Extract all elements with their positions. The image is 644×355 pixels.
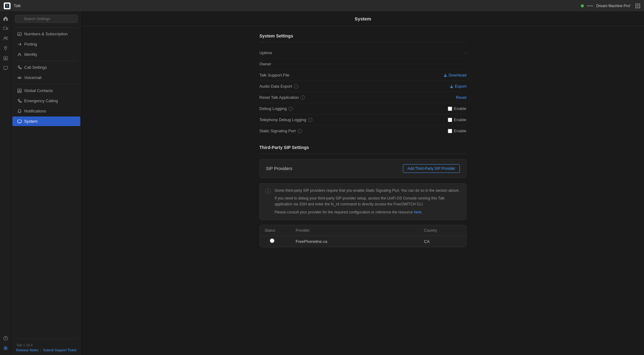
reset-app-info-icon[interactable]: i [301, 95, 305, 100]
export-icon [450, 85, 453, 88]
static-signaling-row: Static Signaling Port i Enable [259, 125, 466, 136]
voicemail-icon [17, 76, 22, 80]
static-signaling-info-icon[interactable]: i [298, 129, 302, 133]
debug-logging-info-icon[interactable]: i [289, 107, 293, 111]
sidebar-search-container [11, 12, 82, 26]
search-input[interactable] [15, 15, 78, 23]
settings-icon[interactable] [1, 344, 10, 353]
debug-logging-label: Debug Logging i [259, 106, 448, 111]
sip-providers-label: SIP Providers [266, 166, 292, 171]
sidebar-item-emergency[interactable]: Emergency Calling [12, 96, 80, 106]
page-title: System [89, 16, 637, 21]
locations-icon[interactable] [1, 44, 10, 53]
app-logo [4, 2, 11, 9]
svg-point-15 [20, 77, 21, 78]
contacts-icon [17, 89, 22, 93]
info-box: i Some third-party SIP providers require… [259, 183, 466, 220]
numbers-icon [17, 32, 22, 36]
status-indicator [581, 4, 584, 7]
content-inner: System Settings Uptime - Owner [254, 26, 471, 255]
debug-logging-checkbox[interactable] [448, 107, 452, 111]
sidebar-item-numbers-label: Numbers & Subscription [24, 32, 68, 36]
sidebar-item-call-settings-label: Call Settings [24, 65, 47, 70]
sidebar-item-voicemail[interactable]: Voicemail [12, 73, 80, 82]
telephony-debug-info-icon[interactable]: i [308, 118, 312, 122]
help-icon[interactable] [1, 334, 10, 343]
telephony-debug-checkbox[interactable] [448, 118, 452, 122]
export-link[interactable]: Export [450, 84, 466, 89]
sidebar-item-system[interactable]: System [12, 116, 80, 126]
download-link[interactable]: Download [443, 73, 466, 77]
info-here-link[interactable]: here [414, 210, 421, 214]
svg-rect-1 [3, 27, 7, 29]
links-separator: | [40, 348, 41, 352]
sidebar-item-identity-label: Identity [24, 52, 37, 57]
system-settings-section: System Settings Uptime - Owner [259, 33, 466, 136]
svg-point-10 [5, 348, 6, 349]
svg-point-7 [5, 57, 6, 59]
grid-icon[interactable] [635, 3, 640, 8]
notifications-icon [17, 109, 22, 113]
divider-2 [15, 61, 78, 61]
content-header: System [82, 12, 644, 26]
svg-point-13 [19, 53, 20, 55]
sidebar-item-porting-label: Porting [24, 42, 37, 46]
users-icon[interactable] [1, 34, 10, 43]
devices-icon[interactable] [1, 24, 10, 33]
porting-icon [17, 42, 22, 46]
third-party-title: Third-Party SIP Settings [259, 145, 466, 150]
sidebar-item-notifications[interactable]: Notifications [12, 106, 80, 116]
svg-point-14 [18, 77, 20, 78]
add-provider-button[interactable]: Add Third-Party SIP Provider [403, 164, 460, 173]
app-title: Talk [14, 3, 581, 8]
contacts-rail-icon[interactable] [1, 54, 10, 63]
reset-link[interactable]: Reset [456, 95, 466, 100]
info-text-1: Some third-party SIP providers require t… [275, 188, 461, 194]
divider-1 [15, 27, 78, 28]
home-icon[interactable] [1, 14, 10, 23]
owner-label: Owner [259, 62, 466, 66]
audio-export-row: Audio Data Export i Export [259, 81, 466, 92]
provider-name: FreePhoneline.ca [296, 239, 424, 244]
sidebar-item-identity[interactable]: Identity [12, 50, 80, 59]
version-label: Talk 1.18.4 [16, 343, 77, 347]
messages-icon[interactable] [1, 64, 10, 72]
providers-table: Status Provider Country FreePhoneline.ca [259, 225, 466, 247]
telephony-debug-checkbox-label: Enable [454, 117, 466, 122]
sidebar-item-notifications-label: Notifications [24, 109, 46, 113]
divider-4 [15, 339, 78, 339]
telephony-debug-row: Telephony Debug Logging i Enable [259, 114, 466, 125]
debug-logging-checkbox-label: Enable [454, 106, 466, 111]
sidebar-item-global-contacts-label: Global Contacts [24, 88, 53, 93]
section-divider-2 [259, 154, 466, 154]
content-area: System System Settings Uptime - Owner [82, 12, 644, 355]
static-signaling-checkbox[interactable] [448, 129, 452, 133]
provider-country: CA [424, 239, 461, 244]
release-notes-link[interactable]: Release Notes [16, 348, 38, 352]
uptime-label: Uptime [259, 50, 465, 55]
telephony-debug-label: Telephony Debug Logging i [259, 117, 448, 122]
download-icon [443, 73, 447, 77]
sidebar-item-call-settings[interactable]: Call Settings [12, 63, 80, 72]
sidebar-item-numbers[interactable]: Numbers & Subscription [12, 29, 80, 39]
col-status: Status [265, 228, 296, 233]
sidebar-item-emergency-label: Emergency Calling [24, 99, 58, 103]
sidebar-item-voicemail-label: Voicemail [24, 75, 42, 80]
submit-ticket-link[interactable]: Submit Support Ticket [43, 348, 77, 352]
uptime-row: Uptime - [259, 47, 466, 59]
emergency-icon [17, 99, 22, 103]
svg-rect-2 [7, 28, 8, 29]
topbar-right: Dream Machine Pro! [581, 3, 640, 8]
audio-export-info-icon[interactable]: i [294, 84, 298, 89]
call-settings-icon [17, 65, 22, 70]
owner-row: Owner [259, 59, 466, 70]
sidebar-item-system-label: System [24, 119, 37, 124]
icon-rail [0, 12, 11, 355]
sidebar-item-porting[interactable]: Porting [12, 39, 80, 49]
info-box-icon: i [265, 188, 271, 194]
sidebar-footer: Talk 1.18.4 Release Notes | Submit Suppo… [11, 340, 82, 355]
svg-rect-18 [18, 120, 21, 123]
reset-app-label: Reset Talk Application i [259, 95, 456, 100]
sidebar-item-global-contacts[interactable]: Global Contacts [12, 86, 80, 95]
topbar: Talk Dream Machine Pro! [0, 0, 644, 12]
